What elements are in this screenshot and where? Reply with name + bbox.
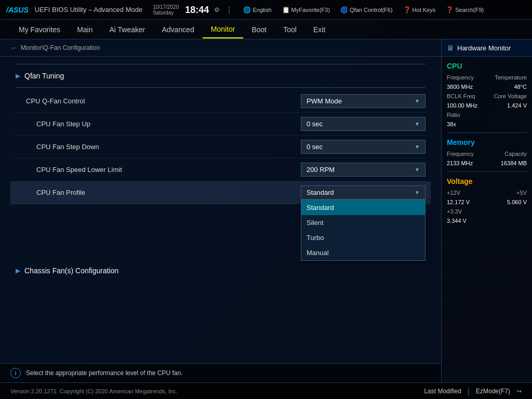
cpu-section-title: CPU (447, 62, 527, 70)
mem-freq-val-row: 2133 MHz 16384 MB (447, 160, 527, 166)
footer-version: Version 2.20.1271. Copyright (C) 2020 Am… (10, 388, 178, 394)
main-panel: ← Monitor\Q-Fan Configuration ▶ Qfan Tun… (0, 39, 441, 382)
nav-boot[interactable]: Boot (243, 21, 275, 38)
date-display: 10/17/2020 (153, 4, 179, 10)
cpu-fan-step-up-dropdown[interactable]: 0 sec ▼ (301, 117, 425, 131)
cpu-bclk-row: BCLK Freq Core Voltage (447, 93, 527, 99)
v33-row: +3.3V (447, 208, 527, 215)
cpu-fan-step-down-dropdown[interactable]: 0 sec ▼ (301, 140, 425, 154)
section-divider (16, 87, 425, 88)
last-modified-button[interactable]: Last Modified (418, 385, 467, 397)
ez-mode-icon: ↪ (516, 388, 522, 395)
hardware-monitor-panel: 🖥 Hardware Monitor CPU Frequency Tempera… (441, 39, 532, 382)
nav-my-favorites[interactable]: My Favorites (10, 21, 69, 38)
cpu-fan-step-up-value: 0 sec ▼ (301, 117, 425, 131)
myfav-icon: 📋 (282, 6, 290, 14)
english-button[interactable]: 🌐 English (238, 4, 276, 16)
breadcrumb: ← Monitor\Q-Fan Configuration (0, 39, 441, 57)
cpu-bclk-label: BCLK Freq (447, 93, 475, 99)
v12-val-row: 12.172 V 5.060 V (447, 199, 527, 205)
cpu-corev-value: 1.424 V (507, 102, 527, 109)
cpu-qfan-value: PWM Mode ▼ (301, 94, 425, 108)
v33-value: 3.344 V (447, 218, 467, 224)
content-area: ← Monitor\Q-Fan Configuration ▶ Qfan Tun… (0, 39, 532, 382)
settings-icon[interactable]: ⚙ (214, 6, 220, 14)
cpu-fan-profile-container: Standard ▼ Standard Silent Turbo Manual (301, 185, 425, 200)
nav-main[interactable]: Main (69, 21, 101, 38)
cpu-freq-label: Frequency (447, 74, 474, 81)
search-icon: ❓ (446, 6, 454, 14)
cpu-qfan-label: CPU Q-Fan Control (16, 97, 301, 105)
hotkeys-button[interactable]: ❓ Hot Keys (398, 4, 441, 16)
nav-advanced[interactable]: Advanced (153, 21, 202, 38)
nav-exit[interactable]: Exit (305, 21, 334, 38)
logo-text: /ASUS (6, 6, 29, 14)
section-expand-icon: ▶ (16, 72, 20, 79)
profile-turbo-option[interactable]: Turbo (301, 230, 425, 245)
dropdown-arrow-2: ▼ (415, 144, 420, 150)
chassis-fan-section[interactable]: ▶ Chassis Fan(s) Configuration (16, 261, 425, 280)
cpu-fan-step-down-label: CPU Fan Step Down (16, 143, 301, 151)
voltage-section-title: Voltage (447, 177, 527, 185)
cpu-freq-val-row: 3800 MHz 48°C (447, 84, 527, 90)
cpu-qfan-control-row: CPU Q-Fan Control PWM Mode ▼ (16, 90, 425, 113)
v12-row: +12V +5V (447, 190, 527, 196)
help-text: Select the appropriate performance level… (26, 369, 183, 377)
cpu-fan-speed-lower-dropdown[interactable]: 200 RPM ▼ (301, 163, 425, 177)
profile-silent-option[interactable]: Silent (301, 215, 425, 230)
back-arrow[interactable]: ← (10, 44, 18, 52)
cpu-ratio-row: Ratio (447, 112, 527, 118)
mem-cap-label: Capacity (504, 151, 527, 157)
cpu-fan-step-up-row: CPU Fan Step Up 0 sec ▼ (16, 113, 425, 136)
cpu-fan-speed-lower-selected: 200 RPM (307, 166, 335, 174)
cpu-fan-speed-lower-value: 200 RPM ▼ (301, 163, 425, 177)
nav-monitor[interactable]: Monitor (203, 21, 244, 38)
help-icon: i (10, 368, 21, 378)
cpu-fan-speed-lower-row: CPU Fan Speed Lower Limit 200 RPM ▼ (16, 158, 425, 181)
cpu-freq-value: 3800 MHz (447, 84, 473, 90)
cpu-corev-label: Core Voltage (494, 93, 527, 99)
v33-val-row: 3.344 V (447, 218, 527, 224)
hw-monitor-title: 🖥 Hardware Monitor (442, 39, 532, 57)
nav-ai-tweaker[interactable]: Ai Tweaker (101, 21, 153, 38)
globe-icon: 🌐 (243, 6, 251, 14)
footer: Version 2.20.1271. Copyright (C) 2020 Am… (0, 382, 532, 399)
bios-title: UEFI BIOS Utility – Advanced Mode (35, 6, 142, 14)
hotkeys-icon: ❓ (403, 6, 411, 14)
profile-manual-option[interactable]: Manual (301, 245, 425, 260)
cpu-ratio-val-row: 38x (447, 121, 527, 127)
cpu-qfan-dropdown[interactable]: PWM Mode ▼ (301, 94, 425, 108)
dropdown-arrow-1: ▼ (415, 121, 420, 127)
mem-freq-label: Frequency (447, 151, 474, 157)
cpu-fan-profile-selected: Standard (307, 189, 334, 196)
cpu-ratio-label: Ratio (447, 112, 460, 118)
english-label: English (252, 7, 271, 13)
profile-standard-option[interactable]: Standard (301, 200, 425, 215)
hotkeys-label: Hot Keys (413, 7, 436, 13)
myfavorite-button[interactable]: 📋 MyFavorite(F3) (277, 4, 335, 16)
top-divider (16, 64, 425, 64)
cpu-temp-label: Temperature (495, 74, 527, 81)
mem-freq-row: Frequency Capacity (447, 151, 527, 157)
nav-tool[interactable]: Tool (275, 21, 305, 38)
cpu-fan-profile-row: CPU Fan Profile Standard ▼ Standard Sile… (10, 181, 431, 204)
footer-right: Last Modified | EzMode(F7) ↪ (418, 385, 522, 397)
qfan-tuning-section[interactable]: ▶ Qfan Tuning (16, 66, 425, 85)
dropdown-arrow-0: ▼ (415, 98, 420, 104)
navbar: My Favorites Main Ai Tweaker Advanced Mo… (0, 20, 532, 39)
qfan-button[interactable]: 🌀 Qfan Control(F6) (336, 4, 397, 16)
monitor-icon: 🖥 (447, 44, 454, 52)
cpu-bclk-value: 100.00 MHz (447, 102, 477, 109)
cpu-fan-step-down-value: 0 sec ▼ (301, 140, 425, 154)
cpu-fan-step-up-label: CPU Fan Step Up (16, 120, 301, 128)
datetime-display: 10/17/2020 Saturday (153, 4, 179, 16)
v33-label: +3.3V (447, 208, 462, 215)
cpu-fan-profile-dropdown[interactable]: Standard ▼ (301, 185, 425, 200)
ez-mode-button[interactable]: EzMode(F7) (470, 385, 516, 397)
cpu-fan-speed-lower-label: CPU Fan Speed Lower Limit (16, 166, 301, 174)
qfan-label: Qfan Control(F6) (350, 7, 393, 13)
search-button[interactable]: ❓ Search(F9) (441, 4, 488, 16)
breadcrumb-text: Monitor\Q-Fan Configuration (21, 44, 100, 51)
cpu-memory-divider (447, 132, 527, 133)
mem-cap-value: 16384 MB (501, 160, 527, 166)
